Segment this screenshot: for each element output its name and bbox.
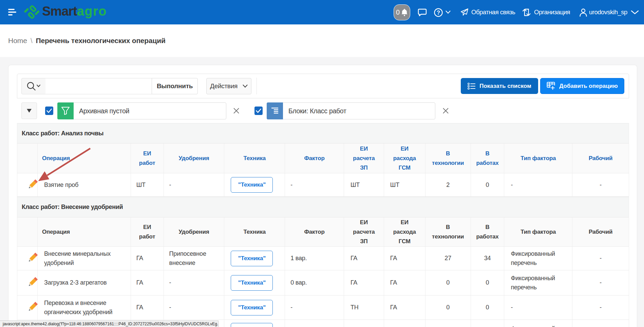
svg-text:?: ? [437,9,440,16]
